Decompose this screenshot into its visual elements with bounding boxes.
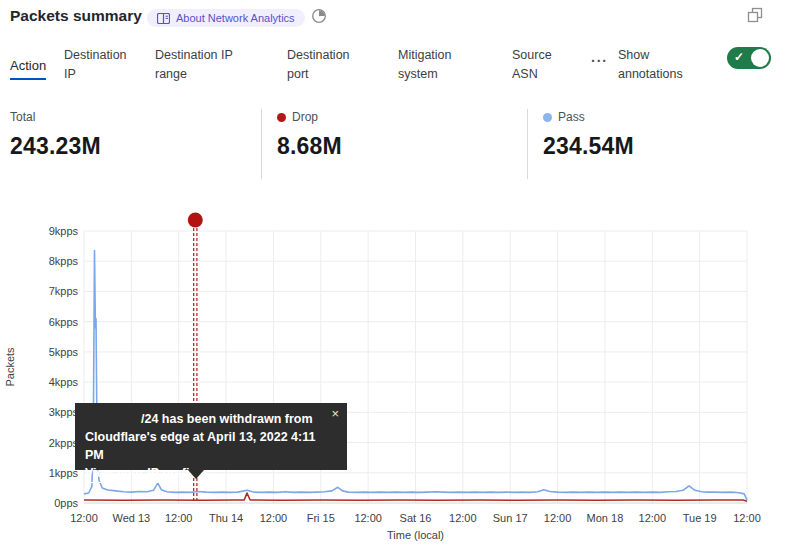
y-tick-label: 8kpps — [49, 255, 79, 267]
stat-total-label: Total — [10, 110, 35, 124]
drop-legend-dot — [277, 113, 286, 122]
stat-total: Total 243.23M — [10, 110, 101, 160]
x-tick-label: 12:00 — [639, 512, 667, 524]
annotation-tooltip: × /24 has been withdrawn from Cloudflare… — [75, 403, 347, 470]
stat-pass: Pass 234.54M — [543, 110, 634, 160]
y-tick-label: 5kpps — [49, 346, 79, 358]
show-annotations-toggle[interactable]: ✓ — [727, 47, 771, 69]
tab-source-asn[interactable]: Source ASN — [512, 46, 567, 84]
x-tick-label: 12:00 — [733, 512, 761, 524]
annotation-marker-dot — [188, 213, 203, 228]
stat-total-value: 243.23M — [10, 133, 101, 160]
y-axis-title: Packets — [4, 347, 16, 387]
tooltip-text-line1: /24 has been withdrawn from — [141, 412, 313, 426]
x-tick-label: 12:00 — [354, 512, 382, 524]
toggle-knob — [751, 49, 769, 67]
tooltip-text-line2: Cloudflare's edge at April 13, 2022 4:11… — [85, 428, 337, 464]
duplicate-window-icon[interactable] — [747, 7, 764, 28]
y-tick-label: 6kpps — [49, 316, 79, 328]
x-tick-label: Fri 15 — [307, 512, 335, 524]
x-tick-label: 12:00 — [449, 512, 477, 524]
show-annotations-label: Show annotations — [618, 46, 704, 84]
pass-legend-dot — [543, 113, 552, 122]
tab-destination-ip[interactable]: Destination IP — [64, 46, 136, 84]
about-network-analytics-badge[interactable]: About Network Analytics — [147, 9, 305, 27]
stats-divider — [527, 109, 528, 179]
tooltip-caret — [188, 470, 204, 479]
tab-action[interactable]: Action — [10, 56, 46, 80]
packets-summary-panel: Packets summary About Network Analytics … — [0, 0, 785, 555]
tab-destination-port[interactable]: Destination port — [287, 46, 367, 84]
page-title: Packets summary — [10, 7, 142, 25]
stats-divider — [261, 109, 262, 179]
check-icon: ✓ — [734, 50, 744, 64]
x-tick-label: Tue 19 — [683, 512, 717, 524]
x-tick-label: 12:00 — [260, 512, 288, 524]
tab-mitigation-system[interactable]: Mitigation system — [398, 46, 478, 84]
close-icon[interactable]: × — [331, 405, 339, 423]
x-axis-title: Time (local) — [387, 529, 444, 541]
y-tick-label: 0pps — [54, 497, 78, 509]
x-tick-label: Mon 18 — [587, 512, 624, 524]
stat-drop-value: 8.68M — [277, 133, 342, 160]
x-tick-label: Wed 13 — [112, 512, 150, 524]
time-window-icon[interactable] — [311, 8, 327, 28]
stat-drop-label: Drop — [292, 110, 318, 124]
y-tick-label: 9kpps — [49, 225, 79, 237]
y-tick-label: 4kpps — [49, 376, 79, 388]
x-tick-label: Thu 14 — [209, 512, 243, 524]
x-tick-label: 12:00 — [70, 512, 98, 524]
book-icon — [157, 13, 170, 24]
stat-drop: Drop 8.68M — [277, 110, 342, 160]
x-tick-label: 12:00 — [544, 512, 572, 524]
x-tick-label: 12:00 — [165, 512, 193, 524]
badge-label: About Network Analytics — [176, 12, 295, 24]
stat-pass-value: 234.54M — [543, 133, 634, 160]
tab-destination-ip-range[interactable]: Destination IP range — [155, 46, 255, 84]
y-tick-label: 7kpps — [49, 285, 79, 297]
stat-pass-label: Pass — [558, 110, 585, 124]
x-tick-label: Sat 16 — [400, 512, 432, 524]
x-tick-label: Sun 17 — [493, 512, 528, 524]
more-tabs-button[interactable]: ··· — [591, 53, 608, 69]
packets-time-series-chart[interactable]: 12:00Wed 1312:00Thu 1412:00Fri 1512:00Sa… — [0, 205, 785, 555]
